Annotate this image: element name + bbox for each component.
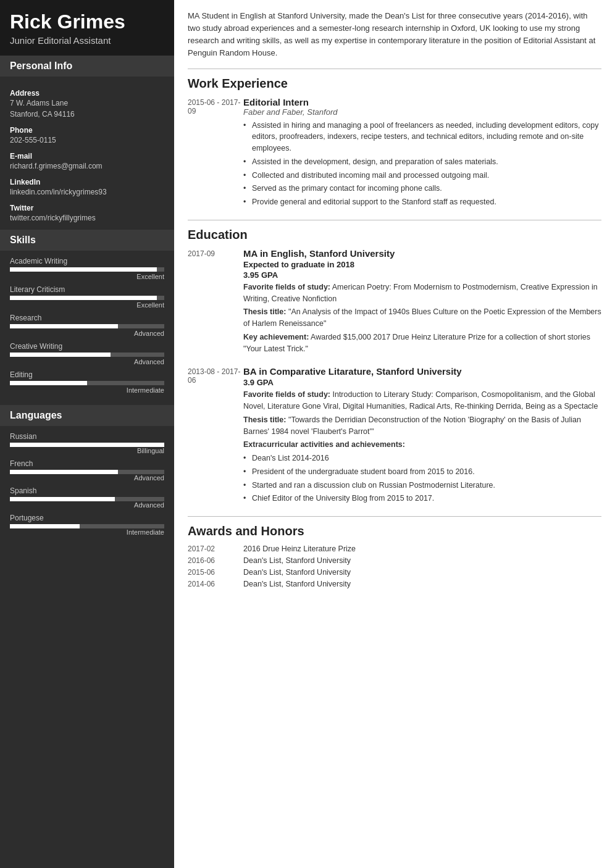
skill-name: Literary Criticism (10, 285, 164, 294)
skill-bar-bg (10, 353, 164, 357)
extracurricular-list: Dean's List 2014-2016President of the un… (243, 453, 601, 504)
skill-bar-fill (10, 324, 118, 328)
language-level: Advanced (10, 474, 164, 482)
education-entry: 2017-09 MA in English, Stanford Universi… (188, 248, 601, 357)
skill-name: Editing (10, 370, 164, 379)
entry-title: Editorial Intern (243, 97, 601, 107)
education-title: Education (188, 228, 601, 242)
skills-heading: Skills (0, 230, 174, 251)
sidebar-header: Rick Grimes Junior Editorial Assistant (0, 0, 174, 56)
work-entry: 2015-06 - 2017-09 Editorial Intern Faber… (188, 97, 601, 210)
extracurricular-item: Chief Editor of the University Blog from… (243, 493, 601, 504)
award-name: Dean's List, Stanford University (243, 556, 351, 565)
award-name: Dean's List, Stanford University (243, 580, 351, 588)
skill-level: Excellent (10, 273, 164, 280)
skill-bar-bg (10, 267, 164, 272)
bullet-item: Served as the primary contact for incomi… (243, 183, 601, 194)
email-value: richard.f.grimes@gmail.com (10, 161, 164, 172)
language-bar-bg (10, 497, 164, 501)
edu-date: 2013-08 - 2017-06 (188, 366, 243, 506)
skill-level: Intermediate (10, 386, 164, 394)
edu-gpa: 3.9 GPA (243, 378, 601, 387)
skill-bar-fill (10, 267, 157, 272)
skill-item: Academic Writing Excellent (10, 257, 164, 280)
language-name: Spanish (10, 486, 164, 495)
award-name: Dean's List, Stanford University (243, 568, 351, 577)
entry-date: 2015-06 - 2017-09 (188, 97, 243, 210)
candidate-name: Rick Grimes (10, 11, 164, 33)
languages-heading: Languages (0, 405, 174, 426)
award-name: 2016 Drue Heinz Literature Prize (243, 545, 356, 553)
personal-info-content: Address 7 W. Adams Lane Stanford, CA 941… (0, 77, 174, 230)
edu-body: MA in English, Stanford UniversityExpect… (243, 248, 601, 357)
skill-bar-fill (10, 381, 87, 385)
work-experience-title: Work Experience (188, 77, 601, 91)
main-content: MA Student in English at Stanford Univer… (174, 0, 615, 868)
bullet-item: Assisted in the development, design, and… (243, 156, 601, 168)
language-item: French Advanced (10, 459, 164, 482)
language-item: Russian Billingual (10, 432, 164, 454)
bullet-item: Collected and distributed incoming mail … (243, 170, 601, 182)
award-date: 2014-06 (188, 580, 243, 588)
divider-awards (188, 516, 601, 517)
bullet-item: Assisted in hiring and managing a pool o… (243, 120, 601, 154)
language-bar-fill (10, 524, 80, 528)
address-label: Address (10, 89, 164, 98)
skill-item: Editing Intermediate (10, 370, 164, 394)
education-entry: 2013-08 - 2017-06 BA in Comparative Lita… (188, 366, 601, 506)
divider-education (188, 220, 601, 220)
skill-name: Creative Writing (10, 342, 164, 351)
edu-date: 2017-09 (188, 248, 243, 357)
edu-expected: Expected to graduate in 2018 (243, 260, 601, 269)
linkedin-label: LinkedIn (10, 178, 164, 186)
language-level: Intermediate (10, 528, 164, 536)
awards-entries: 2017-02 2016 Drue Heinz Literature Prize… (188, 545, 601, 588)
award-date: 2015-06 (188, 568, 243, 577)
award-entry: 2014-06 Dean's List, Stanford University (188, 580, 601, 588)
edu-title: BA in Comparative Litarature, Stanford U… (243, 366, 601, 377)
extracurricular-item: Started and ran a discussion club on Rus… (243, 480, 601, 491)
award-entry: 2016-06 Dean's List, Stanford University (188, 556, 601, 565)
award-entry: 2017-02 2016 Drue Heinz Literature Prize (188, 545, 601, 553)
skill-bar-bg (10, 296, 164, 300)
awards-title: Awards and Honors (188, 524, 601, 538)
language-bar-bg (10, 524, 164, 528)
award-date: 2017-02 (188, 545, 243, 553)
linkedin-value: linkedin.com/in/rickygrimes93 (10, 186, 164, 198)
phone-label: Phone (10, 126, 164, 135)
language-bar-fill (10, 497, 115, 501)
edu-body: BA in Comparative Litarature, Stanford U… (243, 366, 601, 506)
edu-achievement: Key achievement: Awarded $15,000 2017 Dr… (243, 332, 601, 355)
award-date: 2016-06 (188, 556, 243, 565)
languages-content: Russian Billingual French Advanced Spani… (0, 426, 174, 547)
candidate-title: Junior Editorial Assistant (10, 35, 164, 46)
skill-name: Research (10, 314, 164, 322)
skill-level: Excellent (10, 301, 164, 309)
language-item: Portugese Intermediate (10, 514, 164, 536)
summary-text: MA Student in English at Stanford Univer… (188, 10, 601, 60)
divider-work (188, 69, 601, 69)
extracurricular-item: President of the undergraduate student b… (243, 466, 601, 478)
language-level: Billingual (10, 447, 164, 454)
language-name: Russian (10, 432, 164, 441)
twitter-value: twitter.com/rickyfillygrimes (10, 212, 164, 223)
phone-value: 202-555-0115 (10, 135, 164, 146)
entry-bullets: Assisted in hiring and managing a pool o… (243, 120, 601, 208)
language-name: Portugese (10, 514, 164, 522)
twitter-label: Twitter (10, 204, 164, 212)
skill-bar-bg (10, 324, 164, 328)
award-entry: 2015-06 Dean's List, Stanford University (188, 568, 601, 577)
skill-level: Advanced (10, 358, 164, 365)
entry-body: Editorial Intern Faber and Faber, Stanfo… (243, 97, 601, 210)
skill-bar-fill (10, 353, 111, 357)
sidebar: Rick Grimes Junior Editorial Assistant P… (0, 0, 174, 868)
address-line1: 7 W. Adams Lane (10, 98, 164, 109)
language-bar-bg (10, 470, 164, 474)
edu-title: MA in English, Stanford University (243, 248, 601, 259)
skill-item: Creative Writing Advanced (10, 342, 164, 365)
language-item: Spanish Advanced (10, 486, 164, 509)
extracurricular-item: Dean's List 2014-2016 (243, 453, 601, 464)
extracurricular-label: Extracurricular activities and achieveme… (243, 439, 601, 451)
skill-bar-bg (10, 381, 164, 385)
language-name: French (10, 459, 164, 468)
